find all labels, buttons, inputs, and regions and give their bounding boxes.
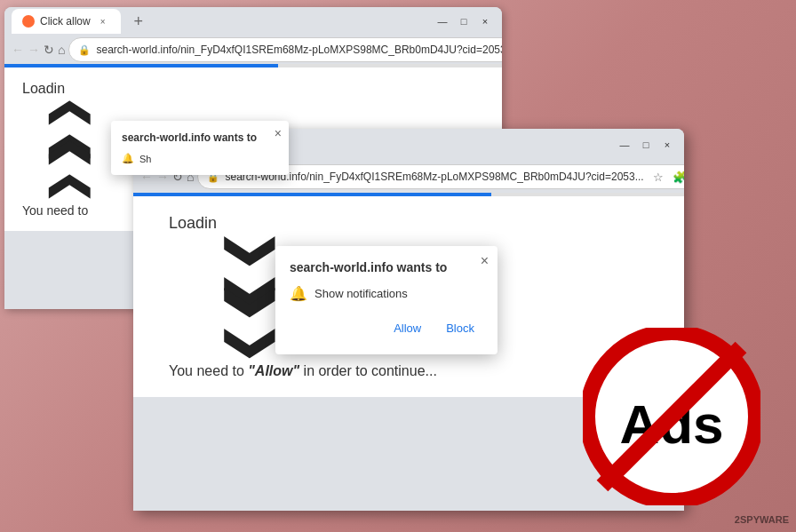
spyware-watermark: 2SPYWARE [735,514,789,525]
front-minimize-btn[interactable]: — [615,135,634,155]
front-maximize-btn[interactable]: □ [636,135,656,155]
front-allow-text-quote: "Allow" [248,363,299,378]
back-close-btn[interactable]: × [475,12,495,31]
front-popup-buttons: Allow Block [290,316,483,340]
back-tab-label: Click allow [40,15,91,28]
front-loading-text: Loadin [169,214,217,233]
front-extensions-icon[interactable]: 🧩 [671,168,684,186]
back-title-bar: Click allow × + — □ × [4,7,502,36]
back-bell-icon: 🔔 [122,153,134,164]
front-allow-button[interactable]: Allow [385,316,430,340]
back-popup-title: search-world.info wants to [122,131,278,144]
back-popup-notification-text: Sh [139,154,151,164]
front-bookmark-icon[interactable]: ☆ [649,168,667,186]
front-allow-text: You need to "Allow" in order to continue… [169,363,437,379]
back-address-bar[interactable]: 🔒 search-world.info/nin_FyD4xfQI1SREm68M… [68,37,502,62]
front-chevron-down: ❮❮ [223,282,267,364]
back-tab[interactable]: Click allow × [12,9,121,34]
back-chevron-pair: ❮❮ ❮❮ [31,115,99,186]
front-chevron-pair: ❮❮ ❮❮ [204,250,286,345]
back-allow-text: You need to [22,203,88,218]
back-chevron-down: ❮❮ [45,137,85,204]
back-window-controls: — □ × [433,12,495,31]
front-bell-icon: 🔔 [290,285,307,302]
back-tab-favicon [22,15,35,28]
back-popup-close[interactable]: × [275,126,282,140]
back-nav-home[interactable]: ⌂ [58,37,65,62]
back-nav-forward[interactable]: → [28,37,40,62]
back-popup-row: 🔔 Sh [122,153,278,164]
front-popup-notification-text: Show notifications [314,287,408,300]
back-minimize-btn[interactable]: — [433,12,452,31]
back-lock-icon: 🔒 [78,44,91,56]
back-maximize-btn[interactable]: □ [454,12,474,31]
back-address-text: search-world.info/nin_FyD4xfQI1SREm68Mz-… [96,44,502,56]
front-close-btn[interactable]: × [657,135,677,155]
back-add-tab[interactable]: + [126,9,151,34]
no-ads-svg: Ads [583,328,760,505]
front-popup-row: 🔔 Show notifications [290,285,483,302]
front-block-button[interactable]: Block [437,316,483,340]
back-nav-bar: ← → ↻ ⌂ 🔒 search-world.info/nin_FyD4xfQI… [4,36,502,64]
no-ads-sign: Ads [583,328,760,505]
back-loading-text: Loadin [22,81,65,97]
back-nav-refresh[interactable]: ↻ [44,37,54,62]
back-tab-close[interactable]: × [96,14,110,28]
front-allow-text-prefix: You need to [169,363,248,378]
front-address-icons: ☆ 🧩 ↕ 🌐 [649,168,684,186]
front-allow-text-suffix: in order to continue... [299,363,437,378]
front-popup-title: search-world.info wants to [290,260,483,274]
back-notification-popup: × search-world.info wants to 🔔 Sh [111,121,289,175]
front-window-controls: — □ × [615,135,677,155]
back-nav-back[interactable]: ← [12,37,24,62]
front-notification-popup: × search-world.info wants to 🔔 Show noti… [275,246,498,354]
front-popup-close-btn[interactable]: × [481,253,489,269]
